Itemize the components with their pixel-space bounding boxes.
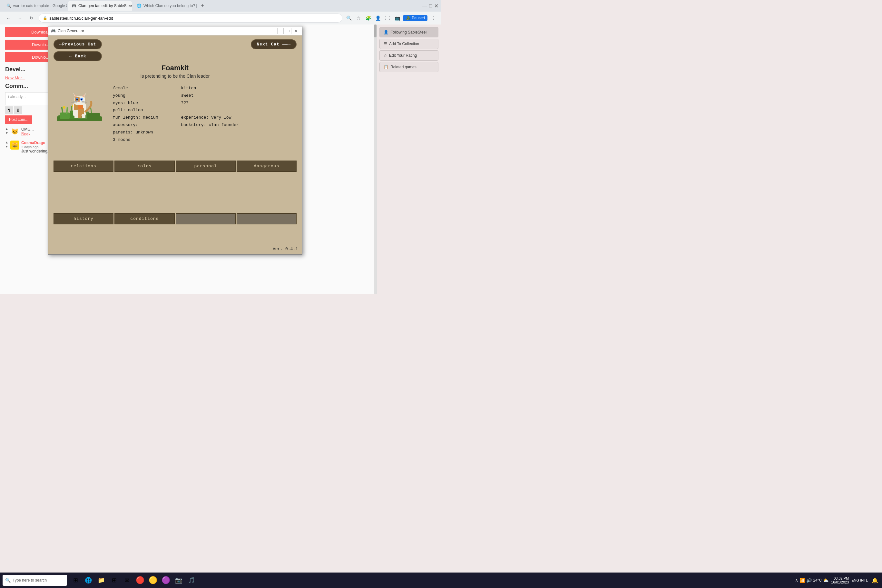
back-button[interactable]: ← bbox=[4, 14, 13, 22]
next-cat-button[interactable]: Next Cat ——→ bbox=[251, 39, 297, 50]
svg-rect-2 bbox=[60, 112, 70, 119]
downvote-2[interactable]: ▼ bbox=[5, 145, 8, 148]
tab-row-2: history conditions bbox=[54, 213, 297, 224]
upvote-1[interactable]: ▲ bbox=[5, 127, 8, 130]
following-icon: 👤 bbox=[384, 30, 388, 34]
conditions-tab[interactable]: conditions bbox=[114, 213, 174, 224]
svg-rect-37 bbox=[82, 114, 86, 118]
stat-qqq: ??? bbox=[181, 100, 238, 107]
tab-0-label: warrior cats template - Google S... bbox=[13, 3, 67, 8]
paragraph-tool[interactable]: ¶ bbox=[5, 106, 13, 114]
roles-tab[interactable]: roles bbox=[114, 160, 174, 172]
stat-accessory: accessory: bbox=[113, 122, 171, 129]
right-sidebar: 👤 Following SableSteel ☰ Add To Collecti… bbox=[376, 24, 441, 294]
url-bar[interactable]: 🔒 sablesteel.itch.io/clan-gen-fan-edit bbox=[39, 14, 342, 22]
forward-button[interactable]: → bbox=[15, 14, 24, 22]
cat-sprite-area bbox=[54, 82, 105, 134]
edit-rating-label: Edit Your Rating bbox=[389, 53, 417, 58]
related-games-button[interactable]: 📋 Related games bbox=[380, 62, 438, 72]
stat-empty3 bbox=[181, 136, 238, 144]
stat-moons: 3 moons bbox=[113, 136, 171, 144]
add-collection-button[interactable]: ☰ Add To Collection bbox=[380, 39, 438, 49]
scroll-thumb[interactable] bbox=[374, 24, 376, 38]
tab-1-label: Clan-gen fan edit by SableSteel bbox=[78, 3, 132, 8]
cat-info-section: Foamkit Is pretending to be the Clan lea… bbox=[54, 64, 297, 79]
chrome-maximize[interactable]: □ bbox=[429, 3, 432, 9]
paused-label: Paused bbox=[412, 16, 425, 20]
downvote-1[interactable]: ▼ bbox=[5, 131, 8, 135]
profile-icon[interactable]: 👤 bbox=[374, 14, 382, 22]
stat-young: young bbox=[113, 93, 171, 99]
game-window: 🎮 Clan Generator — □ ✕ ←Previous Cat ← B… bbox=[48, 26, 302, 255]
relations-tab[interactable]: relations bbox=[54, 160, 114, 172]
svg-rect-36 bbox=[78, 114, 81, 118]
address-bar: ← → ↻ 🔒 sablesteel.itch.io/clan-gen-fan-… bbox=[0, 12, 441, 24]
url-text: sablesteel.itch.io/clan-gen-fan-edit bbox=[50, 16, 113, 21]
empty-tab-2 bbox=[237, 213, 297, 224]
cat-details-row: female kitten young sweet eyes: blue ???… bbox=[54, 82, 297, 143]
avatar-2: 😸 bbox=[10, 141, 20, 150]
empty-tab-1 bbox=[176, 213, 236, 224]
back-game-button[interactable]: ← Back bbox=[54, 51, 102, 61]
window-controls: — □ ✕ bbox=[277, 28, 299, 34]
middle-spacer bbox=[54, 172, 297, 210]
svg-rect-5 bbox=[87, 113, 100, 120]
history-tab[interactable]: history bbox=[54, 213, 114, 224]
paused-icon: 🐊 bbox=[405, 16, 410, 20]
avatar-1: 😺 bbox=[10, 127, 20, 136]
stat-fur-length: fur length: medium bbox=[113, 114, 171, 121]
menu-button[interactable]: ⋮ bbox=[429, 14, 437, 22]
following-label: Following SableSteel bbox=[390, 30, 426, 34]
prev-cat-button[interactable]: ←Previous Cat bbox=[54, 39, 102, 50]
tab-1-icon: 🎮 bbox=[72, 3, 76, 8]
stat-eyes: eyes: blue bbox=[113, 100, 171, 107]
browser-chrome: 🔍 warrior cats template - Google S... ✕ … bbox=[0, 0, 441, 24]
paused-button[interactable]: 🐊 Paused bbox=[403, 15, 428, 21]
cast-icon[interactable]: 📺 bbox=[393, 14, 401, 22]
tab-bar: 🔍 warrior cats template - Google S... ✕ … bbox=[0, 0, 441, 12]
window-minimize[interactable]: — bbox=[277, 28, 284, 34]
tab-1[interactable]: 🎮 Clan-gen fan edit by SableSteel ✕ bbox=[68, 1, 132, 10]
window-close[interactable]: ✕ bbox=[293, 28, 299, 34]
tab-2-icon: 🌐 bbox=[136, 3, 141, 8]
cat-tagline: Is pretending to be the Clan leader bbox=[54, 74, 297, 79]
comment-text-1: OMG... bbox=[21, 127, 34, 132]
following-button[interactable]: 👤 Following SableSteel bbox=[380, 27, 438, 38]
tab-2[interactable]: 🌐 Which Clan do you belong to? | ✕ bbox=[133, 1, 197, 10]
svg-rect-10 bbox=[90, 107, 92, 113]
lock-icon: 🔒 bbox=[43, 16, 47, 20]
star-icon[interactable]: ☆ bbox=[355, 14, 362, 22]
upvote-2[interactable]: ▲ bbox=[5, 141, 8, 144]
stat-parents: parents: unknown bbox=[113, 129, 171, 136]
comment-content-1: OMG... Reply bbox=[21, 127, 34, 136]
stat-experience: experience: very low bbox=[181, 114, 238, 121]
post-comment-button[interactable]: Post com... bbox=[5, 116, 32, 124]
cat-sprite bbox=[55, 84, 104, 132]
stat-empty2 bbox=[181, 129, 238, 136]
extensions-icon[interactable]: 🧩 bbox=[364, 14, 372, 22]
refresh-button[interactable]: ↻ bbox=[27, 14, 36, 22]
grid-icon[interactable]: ⋮⋮ bbox=[384, 14, 392, 22]
chrome-minimize[interactable]: — bbox=[422, 3, 427, 9]
tab-0[interactable]: 🔍 warrior cats template - Google S... ✕ bbox=[3, 1, 67, 10]
tab-2-label: Which Clan do you belong to? | bbox=[144, 3, 197, 8]
cat-name: Foamkit bbox=[54, 64, 297, 72]
window-maximize[interactable]: □ bbox=[285, 28, 291, 34]
new-tab-button[interactable]: + bbox=[198, 1, 207, 10]
tab-0-icon: 🔍 bbox=[6, 3, 11, 8]
search-icon[interactable]: 🔍 bbox=[345, 14, 352, 22]
svg-rect-35 bbox=[75, 114, 78, 118]
window-titlebar: 🎮 Clan Generator — □ ✕ bbox=[48, 26, 302, 36]
personal-tab[interactable]: personal bbox=[176, 160, 236, 172]
vote-box-2: ▲ ▼ bbox=[5, 141, 8, 153]
page-scrollbar[interactable] bbox=[374, 24, 376, 294]
edit-rating-button[interactable]: ☆ Edit Your Rating bbox=[380, 50, 438, 61]
chrome-close[interactable]: ✕ bbox=[434, 3, 438, 9]
related-icon: 📋 bbox=[384, 65, 388, 69]
svg-point-28 bbox=[77, 99, 78, 99]
stat-empty1 bbox=[181, 107, 238, 114]
dangerous-tab[interactable]: dangerous bbox=[237, 160, 297, 172]
bold-tool[interactable]: B bbox=[14, 106, 22, 114]
reply-link-1[interactable]: Reply bbox=[21, 132, 34, 135]
main-content: Download Downlo... Downlo... Devel... Ne… bbox=[0, 24, 441, 294]
